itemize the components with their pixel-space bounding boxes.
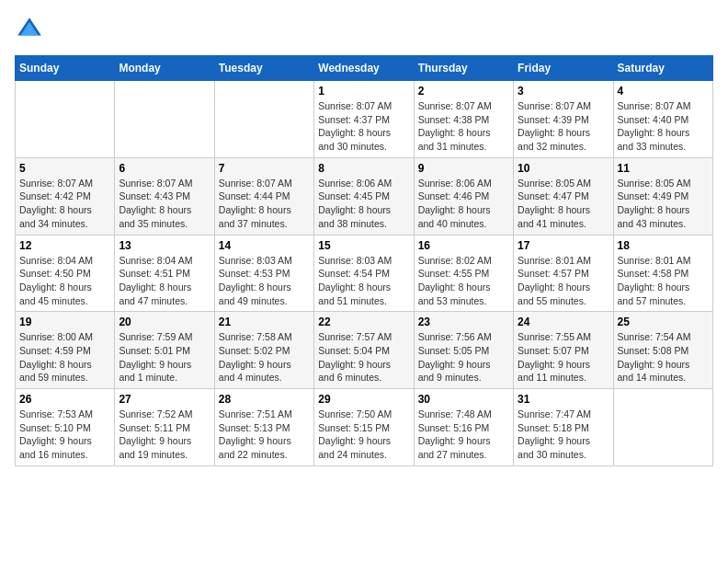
day-info: Sunrise: 8:03 AM Sunset: 4:53 PM Dayligh… xyxy=(219,254,310,308)
day-info: Sunrise: 8:07 AM Sunset: 4:42 PM Dayligh… xyxy=(19,177,110,231)
calendar-cell xyxy=(16,81,115,158)
day-number: 14 xyxy=(219,239,310,252)
dow-thursday: Thursday xyxy=(414,56,513,81)
day-info: Sunrise: 8:04 AM Sunset: 4:50 PM Dayligh… xyxy=(19,254,110,308)
dow-tuesday: Tuesday xyxy=(214,56,313,81)
day-info: Sunrise: 8:07 AM Sunset: 4:40 PM Dayligh… xyxy=(618,99,709,154)
day-number: 26 xyxy=(19,393,110,406)
calendar-cell: 15Sunrise: 8:03 AM Sunset: 4:54 PM Dayli… xyxy=(314,235,414,312)
calendar-cell: 13Sunrise: 8:04 AM Sunset: 4:51 PM Dayli… xyxy=(115,235,214,312)
day-number: 30 xyxy=(418,393,509,406)
calendar-cell: 16Sunrise: 8:02 AM Sunset: 4:55 PM Dayli… xyxy=(414,235,513,312)
day-number: 17 xyxy=(518,239,609,252)
day-number: 18 xyxy=(618,239,709,252)
day-info: Sunrise: 7:56 AM Sunset: 5:05 PM Dayligh… xyxy=(418,330,509,385)
day-info: Sunrise: 8:01 AM Sunset: 4:58 PM Dayligh… xyxy=(618,254,709,308)
calendar-week-4: 19Sunrise: 8:00 AM Sunset: 4:59 PM Dayli… xyxy=(16,312,713,389)
calendar-cell: 3Sunrise: 8:07 AM Sunset: 4:39 PM Daylig… xyxy=(514,81,613,158)
logo-icon xyxy=(15,15,44,44)
day-number: 12 xyxy=(19,239,110,252)
calendar-cell: 17Sunrise: 8:01 AM Sunset: 4:57 PM Dayli… xyxy=(514,235,613,312)
calendar-cell: 20Sunrise: 7:59 AM Sunset: 5:01 PM Dayli… xyxy=(115,312,214,389)
calendar-cell xyxy=(115,81,214,158)
calendar-cell: 2Sunrise: 8:07 AM Sunset: 4:38 PM Daylig… xyxy=(414,81,513,158)
calendar-cell: 7Sunrise: 8:07 AM Sunset: 4:44 PM Daylig… xyxy=(214,157,313,235)
calendar-cell: 29Sunrise: 7:50 AM Sunset: 5:15 PM Dayli… xyxy=(314,389,414,466)
calendar-cell: 8Sunrise: 8:06 AM Sunset: 4:45 PM Daylig… xyxy=(314,157,414,235)
day-number: 29 xyxy=(318,393,409,406)
day-info: Sunrise: 7:52 AM Sunset: 5:11 PM Dayligh… xyxy=(119,408,210,462)
day-info: Sunrise: 7:47 AM Sunset: 5:18 PM Dayligh… xyxy=(518,408,609,462)
calendar-cell: 6Sunrise: 8:07 AM Sunset: 4:43 PM Daylig… xyxy=(115,157,214,235)
day-number: 3 xyxy=(518,85,609,98)
day-number: 6 xyxy=(119,162,210,175)
calendar-cell: 25Sunrise: 7:54 AM Sunset: 5:08 PM Dayli… xyxy=(613,312,712,389)
calendar-cell: 1Sunrise: 8:07 AM Sunset: 4:37 PM Daylig… xyxy=(314,81,414,158)
day-number: 25 xyxy=(618,316,709,328)
calendar-header: SundayMondayTuesdayWednesdayThursdayFrid… xyxy=(16,56,713,81)
day-number: 16 xyxy=(418,239,509,252)
day-info: Sunrise: 8:01 AM Sunset: 4:57 PM Dayligh… xyxy=(518,254,609,308)
dow-monday: Monday xyxy=(115,56,214,81)
calendar-cell: 21Sunrise: 7:58 AM Sunset: 5:02 PM Dayli… xyxy=(214,312,313,389)
calendar-cell xyxy=(613,389,712,466)
day-info: Sunrise: 7:48 AM Sunset: 5:16 PM Dayligh… xyxy=(418,408,509,462)
day-info: Sunrise: 8:07 AM Sunset: 4:37 PM Dayligh… xyxy=(318,99,409,154)
calendar-cell: 24Sunrise: 7:55 AM Sunset: 5:07 PM Dayli… xyxy=(514,312,613,389)
day-number: 20 xyxy=(119,316,210,328)
day-number: 10 xyxy=(518,162,609,175)
day-number: 8 xyxy=(318,162,409,175)
calendar-week-2: 5Sunrise: 8:07 AM Sunset: 4:42 PM Daylig… xyxy=(16,157,713,235)
day-info: Sunrise: 7:50 AM Sunset: 5:15 PM Dayligh… xyxy=(318,408,409,462)
dow-friday: Friday xyxy=(514,56,613,81)
page-header xyxy=(15,15,713,44)
day-info: Sunrise: 8:07 AM Sunset: 4:39 PM Dayligh… xyxy=(518,99,609,154)
calendar-cell: 12Sunrise: 8:04 AM Sunset: 4:50 PM Dayli… xyxy=(16,235,115,312)
logo xyxy=(15,15,48,44)
day-number: 4 xyxy=(618,85,709,98)
day-info: Sunrise: 7:51 AM Sunset: 5:13 PM Dayligh… xyxy=(219,408,310,462)
calendar-cell: 23Sunrise: 7:56 AM Sunset: 5:05 PM Dayli… xyxy=(414,312,513,389)
day-info: Sunrise: 8:02 AM Sunset: 4:55 PM Dayligh… xyxy=(418,254,509,308)
calendar-cell: 31Sunrise: 7:47 AM Sunset: 5:18 PM Dayli… xyxy=(514,389,613,466)
day-number: 13 xyxy=(119,239,210,252)
day-info: Sunrise: 7:59 AM Sunset: 5:01 PM Dayligh… xyxy=(119,330,210,385)
calendar-cell: 26Sunrise: 7:53 AM Sunset: 5:10 PM Dayli… xyxy=(16,389,115,466)
day-info: Sunrise: 8:00 AM Sunset: 4:59 PM Dayligh… xyxy=(19,330,110,385)
day-number: 22 xyxy=(318,316,409,328)
day-number: 24 xyxy=(518,316,609,328)
calendar-cell xyxy=(214,81,313,158)
dow-wednesday: Wednesday xyxy=(314,56,414,81)
dow-sunday: Sunday xyxy=(16,56,115,81)
day-info: Sunrise: 8:05 AM Sunset: 4:47 PM Dayligh… xyxy=(518,177,609,231)
day-number: 27 xyxy=(119,393,210,406)
day-number: 11 xyxy=(618,162,709,175)
day-number: 5 xyxy=(19,162,110,175)
calendar-cell: 27Sunrise: 7:52 AM Sunset: 5:11 PM Dayli… xyxy=(115,389,214,466)
day-info: Sunrise: 7:57 AM Sunset: 5:04 PM Dayligh… xyxy=(318,330,409,385)
calendar-table: SundayMondayTuesdayWednesdayThursdayFrid… xyxy=(15,55,713,466)
day-number: 1 xyxy=(318,85,409,98)
day-info: Sunrise: 7:58 AM Sunset: 5:02 PM Dayligh… xyxy=(219,330,310,385)
calendar-cell: 4Sunrise: 8:07 AM Sunset: 4:40 PM Daylig… xyxy=(613,81,712,158)
day-number: 21 xyxy=(219,316,310,328)
day-number: 28 xyxy=(219,393,310,406)
day-info: Sunrise: 8:05 AM Sunset: 4:49 PM Dayligh… xyxy=(618,177,709,231)
day-number: 2 xyxy=(418,85,509,98)
calendar-cell: 10Sunrise: 8:05 AM Sunset: 4:47 PM Dayli… xyxy=(514,157,613,235)
calendar-cell: 14Sunrise: 8:03 AM Sunset: 4:53 PM Dayli… xyxy=(214,235,313,312)
day-info: Sunrise: 8:07 AM Sunset: 4:43 PM Dayligh… xyxy=(119,177,210,231)
day-info: Sunrise: 8:03 AM Sunset: 4:54 PM Dayligh… xyxy=(318,254,409,308)
day-info: Sunrise: 8:07 AM Sunset: 4:44 PM Dayligh… xyxy=(219,177,310,231)
day-info: Sunrise: 7:55 AM Sunset: 5:07 PM Dayligh… xyxy=(518,330,609,385)
day-number: 9 xyxy=(418,162,509,175)
day-info: Sunrise: 8:04 AM Sunset: 4:51 PM Dayligh… xyxy=(119,254,210,308)
day-info: Sunrise: 8:06 AM Sunset: 4:45 PM Dayligh… xyxy=(318,177,409,231)
day-number: 7 xyxy=(219,162,310,175)
calendar-cell: 5Sunrise: 8:07 AM Sunset: 4:42 PM Daylig… xyxy=(16,157,115,235)
calendar-cell: 18Sunrise: 8:01 AM Sunset: 4:58 PM Dayli… xyxy=(613,235,712,312)
dow-saturday: Saturday xyxy=(613,56,712,81)
calendar-week-5: 26Sunrise: 7:53 AM Sunset: 5:10 PM Dayli… xyxy=(16,389,713,466)
calendar-cell: 19Sunrise: 8:00 AM Sunset: 4:59 PM Dayli… xyxy=(16,312,115,389)
calendar-week-3: 12Sunrise: 8:04 AM Sunset: 4:50 PM Dayli… xyxy=(16,235,713,312)
